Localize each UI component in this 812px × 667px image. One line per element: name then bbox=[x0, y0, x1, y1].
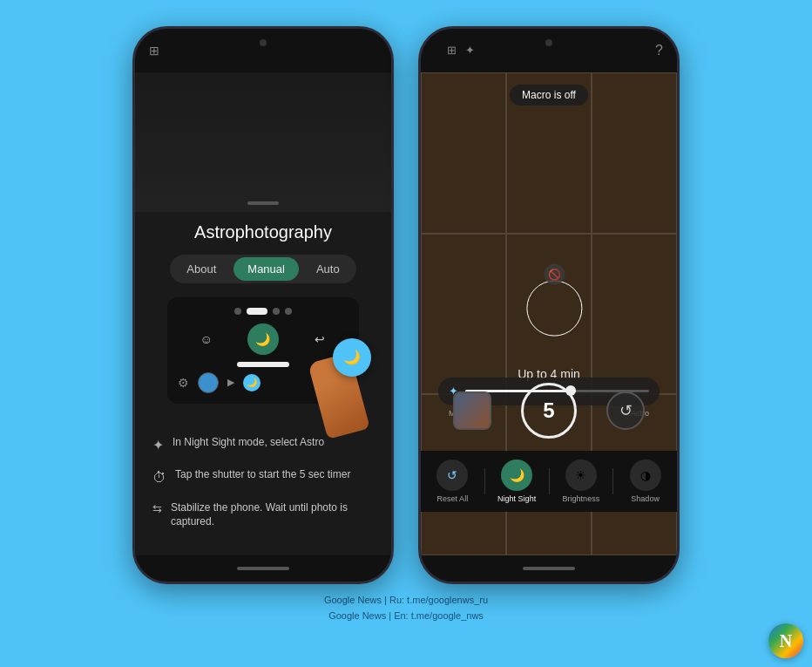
right-phone: ⊞ ✦ ? Macro is o bbox=[418, 26, 680, 584]
gear-icon-preview: ⚙ bbox=[178, 376, 189, 390]
phones-row: ⊞ Astrophotography About Manual Auto bbox=[132, 26, 680, 584]
mode-item-shadow[interactable]: ◑ Shadow bbox=[613, 459, 677, 503]
left-phone-bottom-bar bbox=[135, 555, 391, 582]
instruction-text-1: In Night Sight mode, select Astro bbox=[173, 435, 324, 450]
grid-cell-3 bbox=[592, 72, 677, 234]
nightsight-icon-circle: 🌙 bbox=[501, 459, 532, 491]
reset-icon-circle: ↺ bbox=[436, 459, 468, 491]
shadow-icon-circle: ◑ bbox=[630, 459, 661, 491]
right-phone-screen: Macro is off 🚫 Up to 4 min ✦ Max bbox=[421, 72, 677, 555]
shutter-number: 5 bbox=[543, 398, 554, 423]
instruction-2: ⏱ Tap the shutter to start the 5 sec tim… bbox=[152, 467, 374, 487]
dot-2 bbox=[247, 308, 267, 315]
google-n-badge[interactable]: N bbox=[768, 623, 803, 658]
astro-icon-preview: 🌙 bbox=[243, 374, 261, 391]
grid-icon: ⊞ bbox=[447, 44, 457, 57]
mode-item-brightness[interactable]: ☀ Brightness bbox=[550, 459, 613, 503]
instruction-text-3: Stabilize the phone. Wait until photo is… bbox=[171, 500, 374, 530]
instruction-3: ⇆ Stabilize the phone. Wait until photo … bbox=[152, 500, 374, 530]
drag-handle[interactable] bbox=[247, 201, 279, 205]
sheet-title: Astrophotography bbox=[194, 222, 332, 242]
grid-cell-1 bbox=[421, 72, 506, 234]
footer-line-2: Google News | En: t.me/google_nws bbox=[324, 609, 488, 624]
tab-about[interactable]: About bbox=[173, 257, 230, 281]
tab-auto[interactable]: Auto bbox=[302, 257, 354, 281]
focus-circle[interactable]: 🚫 bbox=[526, 281, 582, 337]
mode-preview-container: ☺ 🌙 ↩ ⚙ ▶ 🌙 🌙 bbox=[167, 297, 359, 418]
mode-icon-moon[interactable]: 🌙 bbox=[247, 323, 279, 355]
no-focus-icon: 🚫 bbox=[544, 264, 565, 285]
brightness-label: Brightness bbox=[563, 494, 600, 503]
dot-4 bbox=[285, 308, 292, 315]
right-phone-top-bar: ⊞ ✦ ? bbox=[421, 29, 677, 72]
main-container: ⊞ Astrophotography About Manual Auto bbox=[0, 0, 812, 667]
instruction-icon-2: ⏱ bbox=[152, 468, 166, 487]
instruction-icon-1: ✦ bbox=[152, 436, 164, 455]
mode-item-nightsight[interactable]: 🌙 Night Sight bbox=[485, 459, 549, 503]
mode-icons-row: ☺ 🌙 ↩ bbox=[178, 323, 348, 355]
mode-dots bbox=[178, 308, 348, 315]
mode-icon-smile[interactable]: ☺ bbox=[191, 323, 222, 355]
tab-manual[interactable]: Manual bbox=[233, 257, 299, 281]
left-phone-top-bar: ⊞ bbox=[135, 29, 391, 72]
left-phone-screen: Astrophotography About Manual Auto bbox=[135, 72, 391, 555]
blue-circle-button[interactable]: 🌙 bbox=[333, 338, 371, 377]
instruction-icon-3: ⇆ bbox=[152, 501, 162, 517]
right-phone-bottom-bar bbox=[421, 555, 677, 582]
instruction-1: ✦ In Night Sight mode, select Astro bbox=[152, 435, 374, 455]
right-home-indicator[interactable] bbox=[523, 567, 575, 570]
n-badge-letter: N bbox=[780, 631, 792, 651]
video-icon-preview: ▶ bbox=[227, 377, 234, 388]
instruction-text-2: Tap the shutter to start the 5 sec timer bbox=[175, 467, 350, 482]
mode-item-reset[interactable]: ↺ Reset All bbox=[421, 459, 484, 503]
sparkle-icon: ✦ bbox=[465, 44, 475, 57]
dot-1 bbox=[234, 308, 241, 315]
tab-bar: About Manual Auto bbox=[170, 255, 355, 283]
dot-3 bbox=[273, 308, 280, 315]
mode-bar: ↺ Reset All 🌙 Night Sight ☀ Brightness bbox=[421, 451, 677, 512]
help-icon[interactable]: ? bbox=[655, 43, 663, 58]
nightsight-label: Night Sight bbox=[497, 494, 536, 503]
bottom-controls-right: 5 ↺ ↺ Reset All 🌙 Night Sight bbox=[421, 383, 677, 512]
shutter-button[interactable]: 5 bbox=[521, 383, 577, 439]
footer-line-1: Google News | Ru: t.me/googlenws_ru bbox=[324, 593, 488, 609]
white-bar bbox=[237, 362, 289, 367]
mode-icon-refresh[interactable]: ↩ bbox=[304, 323, 335, 355]
brightness-icon-circle: ☀ bbox=[565, 459, 597, 491]
left-top-icon-left: ⊞ bbox=[149, 44, 159, 58]
shutter-row: 5 ↺ bbox=[421, 383, 677, 439]
left-phone: ⊞ Astrophotography About Manual Auto bbox=[132, 26, 394, 584]
flip-camera-button[interactable]: ↺ bbox=[606, 391, 645, 430]
camera-mode-preview bbox=[198, 372, 219, 393]
right-top-icons-left: ⊞ ✦ bbox=[435, 44, 487, 57]
gallery-thumbnail[interactable] bbox=[453, 391, 491, 430]
reset-label: Reset All bbox=[437, 494, 469, 503]
footer: Google News | Ru: t.me/googlenws_ru Goog… bbox=[324, 593, 488, 623]
shadow-label: Shadow bbox=[631, 494, 660, 503]
left-camera-preview bbox=[135, 72, 391, 212]
macro-badge[interactable]: Macro is off bbox=[510, 85, 588, 105]
instruction-list: ✦ In Night Sight mode, select Astro ⏱ Ta… bbox=[135, 432, 391, 541]
left-home-indicator[interactable] bbox=[237, 567, 289, 570]
